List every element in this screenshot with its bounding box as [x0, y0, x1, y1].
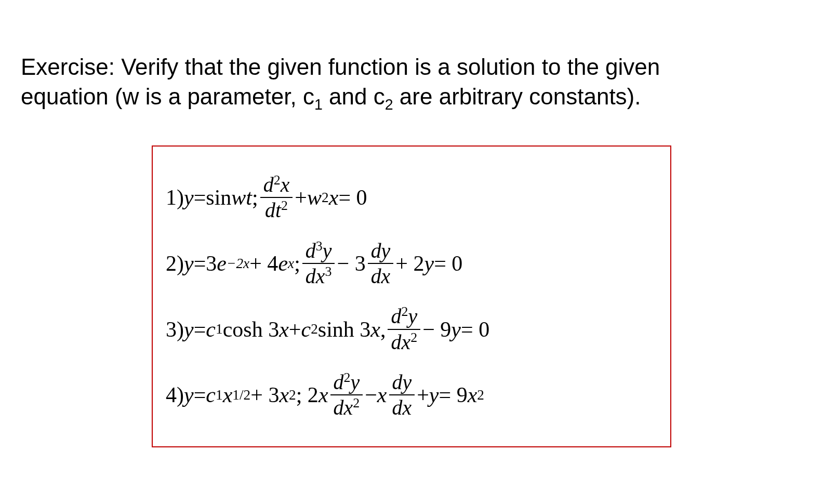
p3-sinh: sinh 3 — [318, 317, 371, 342]
p4-xv: x — [318, 382, 328, 407]
p3-comma: , — [380, 317, 386, 342]
p4-s1: 1 — [216, 387, 223, 403]
p4-mx: − — [365, 382, 377, 407]
p4-label: 4) — [166, 382, 184, 407]
p1-frac-top: d2x — [260, 173, 293, 198]
p3-s1: 1 — [216, 321, 223, 337]
p1-frac-bot: dt2 — [260, 198, 293, 222]
p4-f1-top: d2y — [330, 370, 363, 395]
p4-x: x — [223, 382, 233, 407]
p2-plus2y: + 2 — [395, 251, 424, 276]
p3-m9: − 9 — [422, 317, 451, 342]
p3-c2: c — [301, 317, 311, 342]
p2-exp2: x — [288, 256, 294, 272]
exercise-header: Exercise: Verify that the given function… — [21, 52, 802, 114]
header-line1: Exercise: Verify that the given function… — [21, 54, 660, 79]
p3-x1: x — [279, 317, 289, 342]
p1-wt: wt — [231, 185, 252, 210]
p4-y: y — [184, 382, 194, 407]
p2-e2: e — [278, 251, 288, 276]
p4-f2-top: dy — [389, 370, 415, 395]
p3-label: 3) — [166, 317, 184, 342]
p1-plus: + — [295, 185, 307, 210]
p4-sq: 2 — [289, 387, 296, 403]
p2-yvar: y — [424, 251, 434, 276]
p3-cosh: cosh 3 — [223, 317, 280, 342]
p1-frac: d2x dt2 — [260, 173, 293, 223]
p4-plus3: + 3 — [250, 382, 279, 407]
p4-yv: y — [429, 382, 439, 407]
header-line2c: are arbitrary constants). — [393, 84, 641, 109]
p4-x2: x — [279, 382, 289, 407]
p3-yv: y — [451, 317, 461, 342]
p2-eq: = — [194, 251, 206, 276]
p4-xv2: x — [377, 382, 387, 407]
p1-x: x — [329, 185, 339, 210]
p2-zero: = 0 — [434, 251, 462, 276]
p2-sep: ; — [294, 251, 300, 276]
p2-y: y — [184, 251, 194, 276]
p4-c: c — [206, 382, 216, 407]
p2-e1: e — [217, 251, 227, 276]
problem-1: 1) y = sin wt ; d2x dt2 + w2 x = 0 — [166, 173, 657, 223]
p4-f1-bot: dx2 — [330, 395, 363, 420]
p2-frac1: d3y dx3 — [302, 238, 335, 289]
p3-s2: 2 — [311, 321, 318, 337]
header-line2b: and c — [323, 84, 385, 109]
p2-f1-bot: dx3 — [302, 264, 335, 288]
p1-eq: = — [194, 185, 206, 210]
p1-sep: ; — [252, 185, 258, 210]
p4-frac1: d2y dx2 — [330, 370, 363, 420]
p2-f1-top: d3y — [302, 238, 335, 264]
p3-frac: d2y dx2 — [388, 304, 420, 354]
p3-y: y — [184, 317, 194, 342]
p3-f-bot: dx2 — [388, 330, 420, 354]
problem-2: 2) y = 3 e−2x + 4 ex ; d3y dx3 − 3 dy dx… — [166, 238, 657, 289]
p2-three: 3 — [206, 251, 217, 276]
p2-exp1: −2x — [227, 256, 249, 272]
p3-f-top: d2y — [388, 304, 420, 329]
problems-box: 1) y = sin wt ; d2x dt2 + w2 x = 0 2) y … — [152, 145, 671, 447]
header-sub2: 2 — [385, 96, 393, 113]
p1-label: 1) — [166, 185, 184, 210]
p2-frac2: dy dx — [368, 238, 394, 288]
p4-half: 1/2 — [232, 387, 250, 403]
header-line2a: equation (w is a parameter, c — [21, 84, 314, 109]
p1-zero: = 0 — [338, 185, 367, 210]
p2-f2-top: dy — [368, 238, 394, 264]
p4-frac2: dy dx — [389, 370, 415, 420]
p4-f2-bot: dx — [389, 395, 415, 420]
p4-eq: = — [194, 382, 206, 407]
p1-wsup: 2 — [322, 190, 329, 206]
p4-eq9: = 9 — [439, 382, 468, 407]
p3-zero: = 0 — [461, 317, 489, 342]
p1-sin: sin — [206, 185, 231, 210]
p1-w: w — [307, 185, 322, 210]
p3-x2: x — [370, 317, 380, 342]
p3-c1: c — [206, 317, 216, 342]
p4-sep: ; 2 — [296, 382, 318, 407]
problem-3: 3) y = c1 cosh 3x + c2 sinh 3x , d2y dx2… — [166, 304, 657, 354]
problem-4: 4) y = c1 x1/2 + 3 x2 ; 2 x d2y dx2 − x … — [166, 370, 657, 420]
p2-label: 2) — [166, 251, 184, 276]
p2-minus3: − 3 — [337, 251, 365, 276]
p4-xv3: x — [468, 382, 477, 407]
p1-y: y — [184, 185, 194, 210]
p4-py: + — [417, 382, 429, 407]
p2-f2-bot: dx — [368, 264, 394, 288]
p3-plus: + — [289, 317, 301, 342]
p3-eq: = — [194, 317, 206, 342]
p4-sq2: 2 — [477, 387, 484, 403]
header-sub1: 1 — [314, 96, 323, 113]
p2-plus1: + 4 — [249, 251, 278, 276]
